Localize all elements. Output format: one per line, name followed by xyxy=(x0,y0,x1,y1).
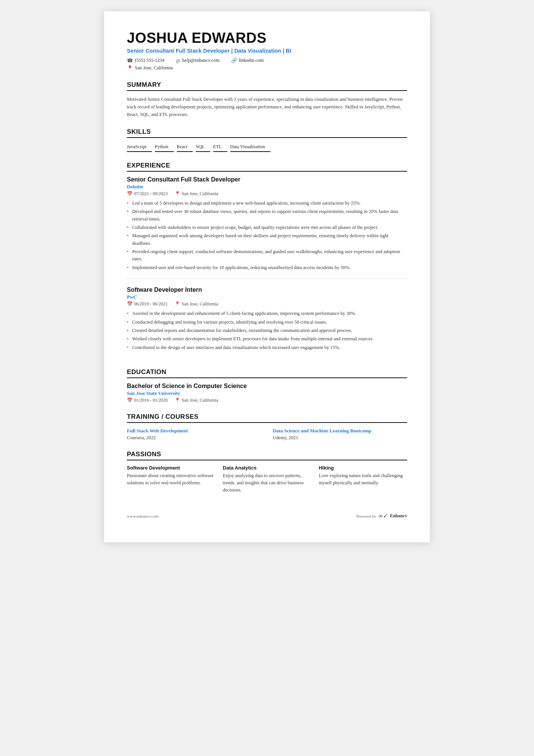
job-meta: 📅 07/2021 - 09/2023 📍 San Jose, Californ… xyxy=(127,191,407,197)
job-location: 📍 San Jose, California xyxy=(175,191,218,197)
job-date: 📅 06/2019 - 06/2021 xyxy=(127,301,168,307)
summary-section: SUMMARY Motivated Senior Consultant Full… xyxy=(127,81,407,118)
job-meta: 📅 06/2019 - 06/2021 📍 San Jose, Californ… xyxy=(127,301,407,307)
bullet-item: Worked closely with senior developers to… xyxy=(127,335,407,343)
enhancv-brand-name: Enhancv xyxy=(390,513,407,519)
phone-icon: ☎ xyxy=(127,58,133,64)
job-title: Senior Consultant Full Stack Developer xyxy=(127,176,407,183)
bullet-item: Led a team of 5 developers to design and… xyxy=(127,200,407,207)
edu-meta: 📅 01/2016 - 01/2020 📍 San Jose, Californ… xyxy=(127,398,407,403)
bullet-item: Developed and tested over 30 robust data… xyxy=(127,208,407,223)
footer-brand: Powered by ∞✓ Enhancv xyxy=(356,512,407,520)
candidate-name: JOSHUA EDWARDS xyxy=(127,30,407,46)
link-icon: 🔗 xyxy=(231,58,237,64)
phone-number: (555) 555-1234 xyxy=(135,58,164,63)
powered-by-label: Powered by xyxy=(356,514,376,518)
email-contact: @ help@enhancv.com xyxy=(176,58,220,64)
training-item: Full Stack Web DevelopmentCoursera, 2022 xyxy=(127,427,261,441)
job-title: Software Developer Intern xyxy=(127,286,407,293)
job-location: 📍 San Jose, California xyxy=(175,301,218,307)
experience-section: EXPERIENCE Senior Consultant Full Stack … xyxy=(127,162,407,358)
passions-section: PASSIONS Software DevelopmentPassionate … xyxy=(127,451,407,493)
training-item-title: Full Stack Web Development xyxy=(127,427,261,434)
contact-row-1: ☎ (555) 555-1234 @ help@enhancv.com 🔗 li… xyxy=(127,58,407,64)
skill-item: React xyxy=(177,142,193,152)
training-item: Data Science and Machine Learning Bootca… xyxy=(273,427,407,441)
footer: www.enhancv.com Powered by ∞✓ Enhancv xyxy=(127,512,407,520)
skills-title: SKILLS xyxy=(127,128,407,138)
job-bullets: Led a team of 5 developers to design and… xyxy=(127,200,407,271)
passion-item: Data AnalyticsEnjoy analyzing data to un… xyxy=(223,465,311,493)
bullet-item: Collaborated with stakeholders to ensure… xyxy=(127,224,407,231)
phone-contact: ☎ (555) 555-1234 xyxy=(127,58,164,64)
bullet-item: Implemented user and role-based security… xyxy=(127,264,407,271)
email-icon: @ xyxy=(176,58,180,64)
jobs-container: Senior Consultant Full Stack DeveloperDe… xyxy=(127,176,407,358)
passion-title: Data Analytics xyxy=(223,465,311,471)
calendar-icon: 📅 xyxy=(127,398,133,403)
location-icon: 📍 xyxy=(127,65,133,71)
education-title: EDUCATION xyxy=(127,368,407,378)
passion-item: HikingLove exploring nature trails and c… xyxy=(319,465,407,493)
bullet-item: Contributed to the design of user interf… xyxy=(127,344,407,351)
training-section: TRAINING / COURSES Full Stack Web Develo… xyxy=(127,413,407,441)
training-grid: Full Stack Web DevelopmentCoursera, 2022… xyxy=(127,427,407,441)
calendar-icon: 📅 xyxy=(127,301,133,307)
job-date: 📅 07/2021 - 09/2023 xyxy=(127,191,168,197)
bullet-item: Conducted debugging and testing for vari… xyxy=(127,319,407,326)
edu-school: San Jose State University xyxy=(127,390,407,396)
skill-item: ETL xyxy=(213,142,227,152)
resume-container: JOSHUA EDWARDS Senior Consultant Full St… xyxy=(104,11,430,542)
loc-icon: 📍 xyxy=(175,191,180,197)
passion-desc: Passionate about creating innovative sof… xyxy=(127,472,215,487)
linkedin-url: linkedin.com xyxy=(239,58,264,63)
header: JOSHUA EDWARDS Senior Consultant Full St… xyxy=(127,30,407,71)
passion-desc: Enjoy analyzing data to uncover patterns… xyxy=(223,472,311,493)
skills-section: SKILLS JavaScriptPythonReactSQLETLData V… xyxy=(127,128,407,152)
edu-degree: Bachelor of Science in Computer Science xyxy=(127,383,407,390)
training-item-sub: Udemy, 2021 xyxy=(273,435,407,441)
linkedin-contact: 🔗 linkedin.com xyxy=(231,58,264,64)
company-name: PwC xyxy=(127,294,407,300)
loc-icon: 📍 xyxy=(175,301,180,307)
job-block: Software Developer InternPwC 📅 06/2019 -… xyxy=(127,286,407,358)
footer-website: www.enhancv.com xyxy=(127,514,159,518)
passions-grid: Software DevelopmentPassionate about cre… xyxy=(127,465,407,493)
bullet-item: Created detailed reports and documentati… xyxy=(127,327,407,334)
training-title: TRAINING / COURSES xyxy=(127,413,407,423)
job-bullets: Assisted in the development and enhancem… xyxy=(127,310,407,351)
training-item-title: Data Science and Machine Learning Bootca… xyxy=(273,427,407,434)
calendar-icon: 📅 xyxy=(127,191,133,197)
candidate-title: Senior Consultant Full Stack Developer |… xyxy=(127,48,407,54)
summary-text: Motivated Senior Consultant Full Stack D… xyxy=(127,95,407,118)
edu-date: 📅 01/2016 - 01/2020 xyxy=(127,398,168,403)
skill-item: SQL xyxy=(196,142,210,152)
bullet-item: Assisted in the development and enhancem… xyxy=(127,310,407,317)
passion-title: Hiking xyxy=(319,465,407,471)
bullet-item: Provided ongoing client support, conduct… xyxy=(127,248,407,263)
passion-title: Software Development xyxy=(127,465,215,471)
skill-item: JavaScript xyxy=(127,142,152,152)
experience-title: EXPERIENCE xyxy=(127,162,407,172)
edu-location-icon: 📍 xyxy=(175,398,180,403)
passion-item: Software DevelopmentPassionate about cre… xyxy=(127,465,215,493)
email-address: help@enhancv.com xyxy=(182,58,220,63)
edu-location: 📍 San Jose, California xyxy=(175,398,218,403)
enhancv-logo-symbol: ∞✓ xyxy=(378,512,387,520)
education-section: EDUCATION Bachelor of Science in Compute… xyxy=(127,368,407,403)
training-item-sub: Coursera, 2022 xyxy=(127,435,261,441)
skill-item: Python xyxy=(155,142,173,152)
location-contact: 📍 San Jose, California xyxy=(127,65,173,71)
job-block: Senior Consultant Full Stack DeveloperDe… xyxy=(127,176,407,279)
skills-list: JavaScriptPythonReactSQLETLData Visualiz… xyxy=(127,142,407,152)
summary-title: SUMMARY xyxy=(127,81,407,91)
skill-item: Data Visualization xyxy=(230,142,270,152)
bullet-item: Managed and organized work among develop… xyxy=(127,232,407,247)
passions-title: PASSIONS xyxy=(127,451,407,460)
passion-desc: Love exploring nature trails and challen… xyxy=(319,472,407,487)
company-name: Deloitte xyxy=(127,184,407,190)
contact-row-2: 📍 San Jose, California xyxy=(127,65,407,71)
location-text: San Jose, California xyxy=(135,65,173,71)
